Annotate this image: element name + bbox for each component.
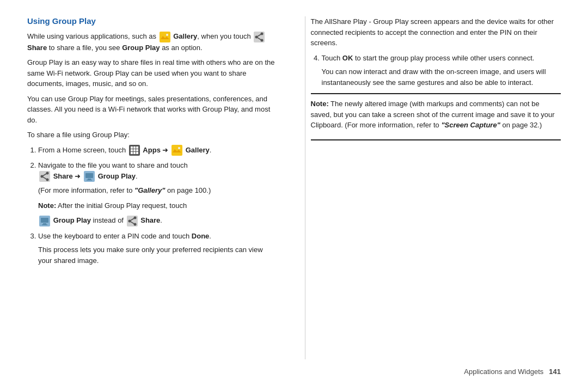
svg-rect-12 <box>136 146 138 149</box>
paragraph-1: While using various applications, such a… <box>27 31 278 53</box>
svg-rect-19 <box>171 145 182 156</box>
right-steps-list: Touch OK to start the group play process… <box>311 53 561 88</box>
share-label: Share <box>27 44 47 52</box>
group-play-label: Group Play <box>122 44 160 52</box>
svg-point-2 <box>166 34 168 36</box>
step-2-content: Navigate to the file you want to share a… <box>38 160 278 182</box>
step-2-note2: Note: After the initial Group Play reque… <box>38 200 278 226</box>
share-icon-note <box>127 216 138 226</box>
gallery-label: Gallery <box>173 32 197 40</box>
right-paragraph-1: The AllShare Play - Group Play screen ap… <box>311 16 561 48</box>
svg-rect-16 <box>131 152 133 154</box>
svg-rect-31 <box>87 180 92 181</box>
note-label: Note: <box>38 201 56 210</box>
group-play-label-note: Group Play <box>53 216 91 224</box>
footer-page-number: 141 <box>549 367 561 376</box>
step-3-content: Use the keyboard to enter a PIN code and… <box>38 231 278 242</box>
ok-label: OK <box>342 54 353 62</box>
footer: Applications and Widgets 141 <box>27 359 561 376</box>
svg-rect-0 <box>160 32 170 42</box>
share-label-note: Share <box>140 216 160 224</box>
footer-text: Applications and Widgets <box>464 367 543 376</box>
step-4-subtext: You can now interact and draw with the o… <box>322 66 561 88</box>
step-3: Use the keyboard to enter a PIN code and… <box>38 231 278 266</box>
note-bold-prefix: Note: <box>311 100 329 108</box>
right-step-4: Touch OK to start the group play process… <box>322 53 561 88</box>
done-label: Done <box>192 232 210 240</box>
svg-rect-35 <box>42 224 47 225</box>
step-2-note1: (For more information, refer to "Gallery… <box>38 185 278 196</box>
group-play-icon-step2 <box>84 171 95 182</box>
svg-point-21 <box>178 147 180 149</box>
section-title: Using Group Play <box>27 16 278 26</box>
share-icon-step2 <box>39 171 50 182</box>
gallery-ref: "Gallery" <box>134 186 165 194</box>
steps-list: From a Home screen, touch <box>27 145 278 266</box>
paragraph-3: You can use Group Play for meetings, sal… <box>27 94 278 126</box>
group-play-icon-note <box>39 216 50 226</box>
svg-rect-33 <box>41 218 48 223</box>
share-icon-inline <box>254 32 265 42</box>
page: Using Group Play While using various app… <box>0 0 588 392</box>
svg-rect-30 <box>88 179 91 180</box>
svg-rect-34 <box>43 223 46 224</box>
gallery-label-step1: Gallery <box>186 146 210 154</box>
svg-rect-17 <box>133 152 136 154</box>
apps-grid-icon <box>129 145 140 156</box>
svg-rect-13 <box>131 149 133 151</box>
gallery-icon-inline <box>160 32 170 42</box>
step-4-content: Touch OK to start the group play process… <box>322 53 561 64</box>
share-label-step2: Share <box>53 172 73 180</box>
paragraph-4: To share a file using Group Play: <box>27 130 278 140</box>
step-3-subtext: This process lets you make sure only you… <box>38 244 278 266</box>
svg-rect-10 <box>131 146 133 149</box>
apps-label: Apps <box>143 146 161 154</box>
screen-capture-ref: "Screen Capture" <box>441 121 500 129</box>
svg-rect-18 <box>136 152 138 154</box>
step-2: Navigate to the file you want to share a… <box>38 160 278 226</box>
gallery-icon-step1 <box>171 145 182 156</box>
content-area: Using Group Play While using various app… <box>27 16 561 359</box>
right-column: The AllShare Play - Group Play screen ap… <box>305 16 561 359</box>
step-1: From a Home screen, touch <box>38 145 278 156</box>
group-play-label-step2: Group Play <box>98 172 136 180</box>
note-section: Note: The newly altered image (with mark… <box>311 93 561 140</box>
step-1-content: From a Home screen, touch <box>38 145 278 156</box>
note-text: Note: The newly altered image (with mark… <box>311 99 561 131</box>
left-column: Using Group Play While using various app… <box>27 16 283 359</box>
paragraph-2: Group Play is an easy way to share files… <box>27 57 278 89</box>
svg-rect-29 <box>85 173 93 178</box>
svg-rect-11 <box>133 146 136 149</box>
svg-rect-15 <box>136 149 138 151</box>
svg-rect-14 <box>133 149 136 151</box>
